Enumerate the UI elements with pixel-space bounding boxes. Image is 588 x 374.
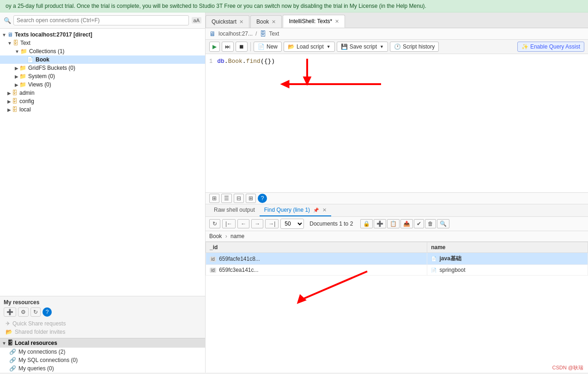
save-script-dropdown-arrow: ▼ [380,44,384,49]
id-badge-2: id [210,268,216,273]
table-row[interactable]: id 659fc3ea141c... 📄 springboot [206,265,588,276]
script-history-button[interactable]: 🕐 Script history [390,42,439,52]
gridfs-icon: 📁 [19,65,26,71]
delete-button[interactable]: 🗑 [425,219,436,228]
db-icon: 🗄 [13,40,18,46]
breadcrumb-server: localhost:27... [218,31,253,37]
breadcrumb-db: Text [269,31,279,37]
tab-book-close[interactable]: ✕ [272,19,276,25]
local-resources-icon: 🗄 [7,340,13,346]
clone-doc-button[interactable]: 📋 [387,219,400,228]
my-queries-icon: 🔗 [9,365,16,372]
page-size-select[interactable]: 10 25 50 100 250 [280,219,304,229]
row1-name-value: java基础 [439,255,461,262]
enable-assist-button[interactable]: ✨ Enable Query Assist [517,42,584,52]
tree-item-config[interactable]: ▶ 🗄 config [0,97,205,105]
expand-arrow-server: ▼ [2,32,6,37]
aa-badge: aA [192,17,201,24]
add-doc-button[interactable]: ➕ [374,219,386,228]
results-tab-raw[interactable]: Raw shell output [209,204,260,216]
list-view-button[interactable]: ☰ [221,194,232,203]
my-connections-item[interactable]: 🔗 My connections (2) [0,348,205,356]
export-doc-button[interactable]: 📤 [400,219,413,228]
help-resource-button[interactable]: ? [42,307,52,317]
save-script-button[interactable]: 💾 Save script ▼ [337,42,388,52]
search-icon: 🔍 [4,17,11,24]
row2-name: 📄 springboot [427,265,588,276]
find-button[interactable]: 🔍 [437,219,449,228]
tree-item-admin[interactable]: ▶ 🗄 admin [0,89,205,97]
tab-book[interactable]: Book ✕ [250,15,282,28]
tab-quickstart-close[interactable]: ✕ [239,19,243,25]
code-editor[interactable]: 1 db.Book.find({}) [206,54,588,193]
new-label: New [267,43,278,50]
first-page-button[interactable]: |← [222,219,236,228]
help-editor-button[interactable]: ? [258,194,267,203]
validate-button[interactable]: ✔ [414,219,424,228]
tree-item-views[interactable]: ▶ 📁 Views (0) [0,80,205,89]
table-row[interactable]: id 659facfe141c8... 📄 java基础 [206,253,588,265]
add-resource-button[interactable]: ➕ [4,307,16,317]
my-queries-label: My queries (0) [18,365,54,372]
load-script-dropdown-arrow: ▼ [327,44,331,49]
data-breadcrumb-collection: Book [209,233,222,239]
refresh-results-button[interactable]: ↻ [209,219,220,228]
tab-intellishell-label: IntelliShell: Texts* [289,18,332,25]
gridfs-label: GridFS Buckets (0) [28,65,75,71]
editor-toolbar: ▶ ⏭ ⏹ 📄 New 📂 Load script ▼ 💾 Save scrip… [206,40,588,54]
new-button[interactable]: 📄 New [254,42,282,52]
grid-view-button[interactable]: ⊞ [209,194,219,203]
admin-label: admin [19,90,35,96]
results-tab-find-close[interactable]: ✕ [322,207,327,213]
config-db-icon: 🗄 [12,98,18,104]
editor-bottom-bar: ⊞ ☰ ⊟ ⊞ ? [206,193,588,204]
expand-arrow-system: ▶ [15,74,18,79]
tree-item-collections[interactable]: ▼ 📁 Collections (1) [0,47,205,55]
next-page-button[interactable]: → [251,219,263,228]
load-script-button[interactable]: 📂 Load script ▼ [284,42,335,52]
row2-id: id 659fc3ea141c... [206,265,427,276]
row1-id-value: 659facfe141c8... [219,256,260,262]
tree-item-system[interactable]: ▶ 📁 System (0) [0,72,205,80]
tree-item-book[interactable]: ▶ 📄 Book [0,55,205,64]
settings-resource-button[interactable]: ⚙ [18,307,29,317]
tree-item-server[interactable]: ▼ 🖥 Texts localhost:27017 [direct] [0,31,205,39]
shared-folder-item[interactable]: 📂 Shared folder invites [4,328,201,336]
refresh-resource-button[interactable]: ↻ [30,307,41,317]
tree-view-button[interactable]: ⊞ [246,194,256,203]
tab-intellishell[interactable]: IntelliShell: Texts* ✕ [283,15,345,28]
row1-name: 📄 java基础 [427,253,588,265]
run-button[interactable]: ▶ [209,42,220,52]
quick-share-item[interactable]: ✈ Quick Share requests [4,319,201,328]
tree-item-gridfs[interactable]: ▶ 📁 GridFS Buckets (0) [0,64,205,72]
script-history-label: Script history [403,43,435,50]
last-page-button[interactable]: →| [265,219,279,228]
tab-intellishell-close[interactable]: ✕ [335,18,339,25]
results-tabs: Raw shell output Find Query (line 1) 📌 ✕ [206,204,588,217]
csdn-watermark: CSDN @耿瑞 [552,364,583,371]
my-resources-section: My resources ➕ ⚙ ↻ ? ✈ Quick Share reque… [0,296,205,338]
data-breadcrumb-sep: › [225,233,229,239]
prev-page-button[interactable]: ← [237,219,249,228]
stop-button[interactable]: ⏹ [236,42,248,52]
book-label: Book [36,56,49,63]
pin-icon: 📌 [313,208,319,213]
tab-quickstart-label: Quickstart [212,18,236,25]
my-queries-item[interactable]: 🔗 My queries (0) [0,364,205,373]
local-resources-header[interactable]: ▼ 🗄 Local resources [0,338,205,348]
search-input[interactable] [13,15,189,25]
results-tab-find[interactable]: Find Query (line 1) 📌 ✕ [260,204,331,216]
lock-button[interactable]: 🔒 [360,219,373,228]
tree-item-db-text[interactable]: ▼ 🗄 Text [0,39,205,47]
step-button[interactable]: ⏭ [222,42,234,52]
tree-item-local[interactable]: ▶ 🗄 local [0,105,205,114]
my-connections-icon: 🔗 [9,349,16,355]
load-script-icon: 📂 [288,43,295,50]
collection-icon-book: 📄 [27,56,34,63]
my-sql-connections-item[interactable]: 🔗 My SQL connections (0) [0,356,205,364]
doc-icon-1: 📄 [431,256,436,261]
column-view-button[interactable]: ⊟ [234,194,244,203]
toolbar-sep-1 [250,42,251,51]
tab-quickstart[interactable]: Quickstart ✕ [206,15,249,28]
results-tab-find-label: Find Query (line 1) [264,207,310,213]
